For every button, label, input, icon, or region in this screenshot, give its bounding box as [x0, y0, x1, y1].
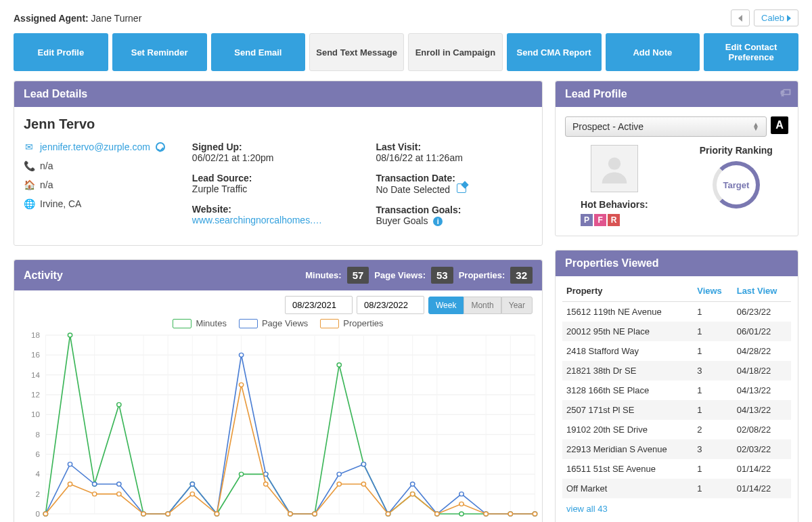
toggle-year[interactable]: Year	[501, 297, 533, 314]
table-row[interactable]: 21821 38th Dr SE304/18/22	[562, 361, 791, 380]
svg-point-114	[435, 512, 439, 516]
priority-label: Priority Ranking	[700, 145, 773, 156]
lead-source-value: Zurple Traffic	[192, 183, 349, 194]
svg-point-111	[361, 482, 365, 486]
avatar	[591, 145, 638, 192]
hot-tag-p: P	[581, 214, 593, 226]
svg-point-101	[117, 492, 121, 496]
svg-point-99	[68, 482, 72, 486]
website-link[interactable]: www.searchingnorcalhomes.…	[192, 215, 322, 225]
svg-point-80	[117, 482, 121, 486]
action-edit-profile[interactable]: Edit Profile	[14, 33, 108, 71]
table-row[interactable]: 3128 166th SE Place104/13/22	[562, 380, 791, 400]
edit-icon[interactable]	[457, 183, 466, 193]
lead-profile-header: Lead Profile 🏷	[556, 81, 798, 107]
email-icon: ✉	[24, 142, 35, 152]
verified-icon	[156, 142, 165, 152]
table-row[interactable]: 2507 171st Pl SE104/13/22	[562, 400, 791, 420]
stat-properties-label: Properties:	[459, 270, 505, 280]
assigned-agent-label: Assigned Agent:	[14, 13, 89, 24]
svg-point-78	[68, 462, 72, 466]
phone-icon: 📞	[24, 160, 35, 171]
updown-icon: ▲▼	[752, 123, 759, 131]
activity-header: Activity	[24, 269, 63, 282]
svg-text:6: 6	[35, 450, 39, 458]
table-row[interactable]: 20012 95th NE Place106/01/22	[562, 322, 791, 341]
activity-stats: Minutes: 57 Page Views: 53 Properties: 3…	[305, 267, 533, 284]
trans-date-value: No Date Selected	[376, 184, 450, 195]
stat-minutes-value: 57	[347, 267, 369, 284]
action-enroll-in-campaign[interactable]: Enroll in Campaign	[408, 33, 503, 71]
action-set-reminder[interactable]: Set Reminder	[112, 33, 207, 71]
action-add-note[interactable]: Add Note	[606, 33, 700, 71]
action-send-cma-report[interactable]: Send CMA Report	[507, 33, 602, 71]
legend-minutes: Minutes	[173, 318, 227, 328]
svg-point-79	[93, 482, 97, 486]
svg-point-107	[264, 482, 268, 486]
svg-point-98	[43, 512, 47, 516]
hot-behaviors-label: Hot Behaviors:	[581, 199, 648, 210]
pv-col-views[interactable]: Views	[693, 280, 732, 302]
tag-icon: 🏷	[780, 87, 791, 99]
stat-pageviews-value: 53	[431, 267, 453, 284]
svg-point-90	[361, 462, 365, 466]
trans-date-label: Transaction Date:	[376, 173, 533, 183]
lead-details-panel: Lead Details Jenn Tervo ✉ jennifer.tervo…	[14, 81, 543, 246]
action-send-email[interactable]: Send Email	[211, 33, 306, 71]
svg-text:14: 14	[31, 371, 40, 379]
next-lead-button[interactable]: Caleb	[754, 9, 798, 26]
activity-panel: Activity Minutes: 57 Page Views: 53 Prop…	[14, 259, 543, 522]
svg-point-105	[215, 512, 219, 516]
svg-text:2: 2	[35, 490, 39, 498]
table-row[interactable]: 22913 Meridian S Avenue302/03/22	[562, 439, 791, 459]
lead-profile-panel: Lead Profile 🏷 Prospect - Active ▲▼ A	[555, 81, 798, 236]
svg-text:10: 10	[31, 411, 40, 419]
globe-icon: 🌐	[24, 198, 35, 209]
status-select[interactable]: Prospect - Active ▲▼	[565, 116, 767, 137]
last-visit-value: 08/16/22 at 11:26am	[376, 152, 533, 163]
date-to-input[interactable]	[357, 296, 424, 314]
lead-details-header: Lead Details	[14, 81, 542, 107]
website-label: Website:	[192, 204, 349, 215]
stat-properties-value: 32	[510, 267, 533, 284]
action-edit-contact-preference[interactable]: Edit Contact Preference	[704, 33, 798, 71]
toggle-month[interactable]: Month	[464, 297, 501, 314]
lead-location: Irvine, CA	[40, 198, 81, 209]
svg-text:16: 16	[31, 351, 40, 360]
svg-point-106	[239, 383, 243, 387]
table-row[interactable]: Off Market101/14/22	[562, 479, 791, 498]
chevron-right-icon	[787, 15, 791, 22]
svg-point-83	[190, 482, 194, 486]
toggle-week[interactable]: Week	[428, 297, 464, 314]
svg-point-59	[117, 403, 121, 407]
legend-pageviews: Page Views	[239, 318, 308, 328]
svg-point-109	[313, 512, 317, 516]
chevron-left-icon	[738, 15, 742, 22]
table-row[interactable]: 16511 51st SE Avenue101/14/22	[562, 459, 791, 479]
view-all-link[interactable]: view all 43	[562, 498, 612, 519]
pv-col-lastview[interactable]: Last View	[733, 280, 791, 302]
trans-date-row: No Date Selected	[376, 183, 533, 195]
legend-properties: Properties	[320, 318, 383, 328]
table-row[interactable]: 19102 20th SE Drive202/08/22	[562, 420, 791, 439]
svg-point-104	[190, 492, 194, 496]
svg-point-119	[608, 158, 621, 170]
svg-text:0: 0	[35, 510, 39, 518]
svg-point-94	[459, 492, 464, 496]
home-icon: 🏠	[24, 179, 35, 190]
action-send-text-message[interactable]: Send Text Message	[309, 33, 404, 71]
lead-source-label: Lead Source:	[192, 173, 349, 183]
svg-point-86	[264, 472, 268, 476]
pv-col-property: Property	[562, 280, 693, 302]
lead-email-link[interactable]: jennifer.tervo@zurple.com	[40, 142, 150, 152]
table-row[interactable]: 15612 119th NE Avenue106/23/22	[562, 302, 791, 322]
lead-phone: n/a	[40, 160, 53, 171]
date-from-input[interactable]	[285, 296, 353, 314]
svg-point-89	[337, 472, 341, 476]
prev-lead-button[interactable]	[731, 9, 750, 26]
svg-point-100	[93, 492, 97, 496]
table-row[interactable]: 2418 Stafford Way104/28/22	[562, 341, 791, 361]
last-visit-label: Last Visit:	[376, 142, 533, 152]
trans-goals-value: Buyer Goals	[376, 215, 428, 226]
info-icon[interactable]: i	[433, 217, 443, 226]
